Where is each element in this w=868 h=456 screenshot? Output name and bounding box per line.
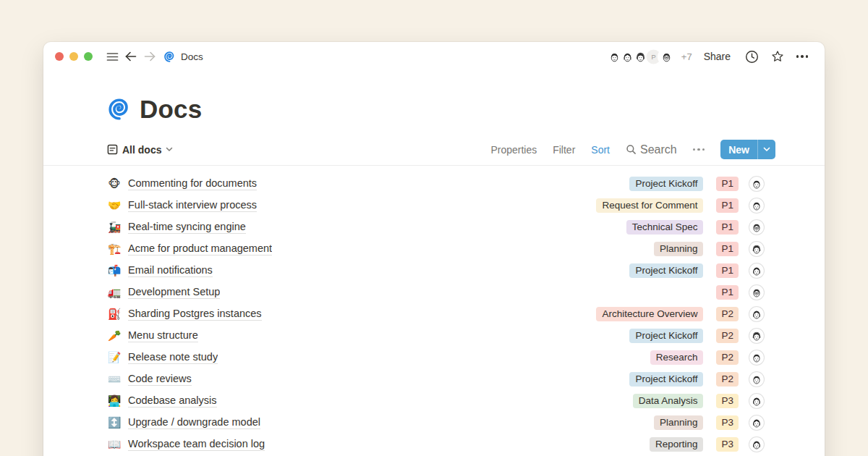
doc-title[interactable]: Code reviews	[128, 373, 192, 386]
doc-title[interactable]: Acme for product management	[128, 242, 272, 256]
traffic-lights	[55, 52, 93, 61]
doc-priority-badge[interactable]: P1	[716, 198, 739, 213]
toolbar-more-icon[interactable]	[693, 148, 705, 151]
doc-row[interactable]: 📖 Workspace team decision log Reporting …	[107, 434, 765, 455]
search-button[interactable]: Search	[626, 143, 677, 156]
doc-title[interactable]: Upgrade / downgrade model	[128, 416, 260, 429]
properties-button[interactable]: Properties	[490, 144, 537, 156]
doc-owner-avatar[interactable]	[749, 284, 765, 300]
doc-row[interactable]: ⌨️ Code reviews Project Kickoff P2	[107, 368, 765, 390]
doc-tag-badge[interactable]: Project Kickoff	[629, 329, 703, 343]
doc-owner-avatar[interactable]	[749, 328, 765, 344]
doc-row[interactable]: 🤝 Full-stack interview process Request f…	[107, 195, 765, 216]
sidebar-menu-icon[interactable]	[103, 47, 122, 66]
new-doc-label[interactable]: New	[720, 140, 757, 159]
doc-title[interactable]: Sharding Postgres instances	[128, 308, 262, 321]
doc-tag-badge[interactable]: Planning	[654, 242, 704, 256]
close-window-button[interactable]	[55, 52, 64, 61]
doc-priority-badge[interactable]: P3	[716, 415, 739, 430]
doc-priority-badge[interactable]: P1	[716, 177, 739, 191]
doc-row[interactable]: 🏗️ Acme for product management Planning …	[107, 238, 765, 260]
doc-priority-badge[interactable]: P3	[716, 437, 739, 452]
doc-row[interactable]: 👩‍💻 Codebase analysis Data Analysis P3	[107, 390, 765, 412]
doc-owner-avatar[interactable]	[749, 219, 765, 235]
filter-button[interactable]: Filter	[553, 144, 575, 156]
doc-row[interactable]: ⛽ Sharding Postgres instances Architectu…	[107, 303, 765, 325]
sort-button[interactable]: Sort	[591, 144, 610, 156]
open-book-emoji: 📖	[107, 438, 122, 451]
page-title: Docs	[140, 95, 202, 124]
doc-owner-avatar[interactable]	[749, 263, 765, 279]
doc-priority-badge[interactable]: P2	[716, 350, 739, 365]
doc-row[interactable]: 🥕 Menu structure Project Kickoff P2	[107, 325, 765, 347]
zoom-window-button[interactable]	[84, 52, 93, 61]
doc-tag-badge[interactable]: Planning	[654, 415, 704, 430]
monkey-face-emoji: 🐵	[107, 177, 122, 190]
doc-row[interactable]: 📝 Release note study Research P2	[107, 347, 765, 368]
doc-priority-badge[interactable]: P3	[716, 394, 739, 408]
doc-priority-badge[interactable]: P2	[716, 329, 739, 343]
doc-row[interactable]: 📬 Email notifications Project Kickoff P1	[107, 260, 765, 282]
page-content: Docs All docs Properties Filter Sort Sea…	[43, 71, 825, 456]
doc-title[interactable]: Workspace team decision log	[128, 438, 265, 451]
doc-owner-avatar[interactable]	[749, 350, 765, 366]
doc-owner-avatar[interactable]	[749, 371, 765, 387]
doc-title[interactable]: Codebase analysis	[128, 394, 217, 408]
doc-owner-avatar[interactable]	[749, 241, 765, 257]
doc-owner-avatar[interactable]	[749, 415, 765, 431]
new-doc-button[interactable]: New	[720, 140, 775, 159]
doc-tag-badge[interactable]: Reporting	[650, 437, 704, 452]
share-button[interactable]: Share	[704, 51, 731, 62]
doc-tag-badge[interactable]: Project Kickoff	[629, 177, 703, 191]
doc-tag-badge[interactable]: Architecture Overview	[596, 307, 703, 321]
collaborator-avatar-stack[interactable]: P	[605, 48, 676, 66]
locomotive-emoji: 🚂	[107, 221, 122, 234]
doc-row[interactable]: ↕️ Upgrade / downgrade model Planning P3	[107, 412, 765, 434]
doc-row[interactable]: 🚛 Development Setup P1	[107, 282, 765, 303]
keyboard-emoji: ⌨️	[107, 373, 122, 386]
doc-tag-badge[interactable]: Project Kickoff	[629, 372, 703, 387]
window-titlebar: Docs P +7 Share	[43, 42, 825, 71]
view-toolbar: All docs Properties Filter Sort Search N…	[43, 140, 825, 166]
favorite-star-icon[interactable]	[768, 47, 787, 66]
view-switcher[interactable]: All docs	[107, 144, 173, 156]
doc-priority-badge[interactable]: P2	[716, 307, 739, 321]
doc-tag-badge[interactable]: Data Analysis	[633, 394, 704, 408]
forward-icon[interactable]	[140, 47, 159, 66]
doc-owner-avatar[interactable]	[749, 436, 765, 452]
doc-title[interactable]: Full-stack interview process	[128, 199, 257, 212]
more-options-icon[interactable]	[793, 47, 812, 66]
doc-title[interactable]: Email notifications	[128, 264, 213, 277]
doc-title[interactable]: Menu structure	[128, 329, 198, 342]
doc-priority-badge[interactable]: P1	[716, 263, 739, 278]
doc-list-icon	[107, 144, 118, 155]
handshake-emoji: 🤝	[107, 199, 122, 212]
doc-title[interactable]: Development Setup	[128, 286, 220, 299]
doc-tag-badge[interactable]: Project Kickoff	[629, 263, 703, 278]
doc-owner-avatar[interactable]	[749, 393, 765, 409]
doc-priority-badge[interactable]: P1	[716, 220, 739, 235]
doc-owner-avatar[interactable]	[749, 176, 765, 192]
doc-owner-avatar[interactable]	[749, 198, 765, 214]
doc-tag-badge[interactable]: Research	[650, 350, 704, 365]
collaborator-avatar[interactable]	[658, 48, 676, 66]
page-header: Docs	[43, 95, 825, 124]
history-clock-icon[interactable]	[742, 47, 761, 66]
new-doc-dropdown-chevron-icon[interactable]	[758, 140, 775, 159]
doc-owner-avatar[interactable]	[749, 306, 765, 322]
doc-priority-badge[interactable]: P1	[716, 242, 739, 256]
doc-row[interactable]: 🐵 Commenting for documents Project Kicko…	[107, 173, 765, 195]
doc-priority-badge[interactable]: P2	[716, 372, 739, 387]
chevron-down-icon	[166, 147, 173, 152]
lorry-emoji: 🚛	[107, 286, 122, 299]
doc-title[interactable]: Commenting for documents	[128, 177, 257, 190]
doc-row[interactable]: 🚂 Real-time syncing engine Technical Spe…	[107, 216, 765, 238]
back-icon[interactable]	[122, 47, 140, 66]
doc-title[interactable]: Release note study	[128, 351, 218, 364]
doc-title[interactable]: Real-time syncing engine	[128, 221, 246, 234]
doc-priority-badge[interactable]: P1	[716, 285, 739, 300]
minimize-window-button[interactable]	[69, 52, 78, 61]
doc-tag-badge[interactable]: Technical Spec	[626, 220, 704, 235]
doc-tag-badge[interactable]: Request for Comment	[596, 198, 703, 213]
breadcrumb[interactable]: Docs	[163, 51, 203, 63]
